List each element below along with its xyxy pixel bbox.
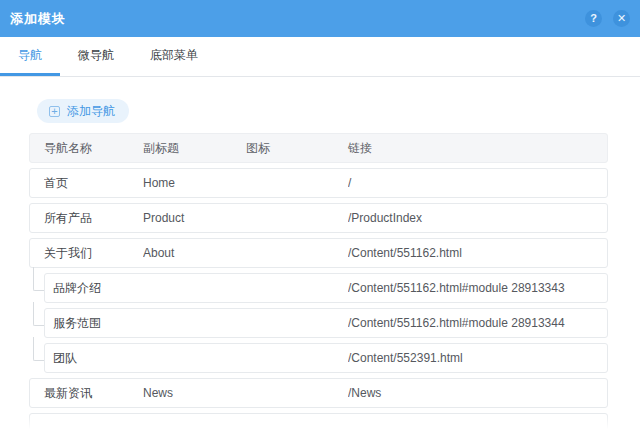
help-icon: ? [590,13,597,24]
column-header-link: 链接 [348,140,607,157]
dialog-content: + 添加导航 导航名称 副标题 图标 链接 首页 Home / 所有产品 Pro… [0,77,640,442]
table-row[interactable]: 服务范围 /Content/551162.html#module 2891334… [44,308,608,338]
table-row-partial[interactable] [29,413,608,442]
row-name: 首页 [44,175,143,192]
table-body: 首页 Home / 所有产品 Product /ProductIndex 关于我… [29,168,608,408]
tab-micro-navigation[interactable]: 微导航 [60,37,132,76]
tab-bar: 导航 微导航 底部菜单 [0,37,640,77]
tab-footer-menu[interactable]: 底部菜单 [132,37,216,76]
row-subtitle: News [143,386,246,400]
row-name: 最新资讯 [44,385,143,402]
row-link: /Content/552391.html [348,351,607,365]
help-button[interactable]: ? [585,10,602,27]
tab-label: 导航 [18,47,42,64]
add-navigation-button[interactable]: + 添加导航 [37,99,129,123]
row-name: 关于我们 [44,245,143,262]
row-link: / [348,176,607,190]
add-module-dialog: 添加模块 ? ✕ 导航 微导航 底部菜单 + 添加导航 导航名称 [0,0,640,442]
add-navigation-label: 添加导航 [67,103,115,120]
table-row[interactable]: 关于我们 About /Content/551162.html [29,238,608,268]
row-name: 品牌介绍 [53,280,348,297]
table-row[interactable]: 团队 /Content/552391.html [44,343,608,373]
row-name: 服务范围 [53,315,348,332]
close-icon: ✕ [617,13,626,24]
row-link: /Content/551162.html#module 28913344 [348,316,607,330]
row-link: /ProductIndex [348,211,607,225]
tab-navigation[interactable]: 导航 [0,37,60,76]
tab-label: 微导航 [78,47,114,64]
table-row[interactable]: 首页 Home / [29,168,608,198]
column-header-subtitle: 副标题 [143,140,246,157]
plus-icon: + [49,106,60,117]
row-link: /News [348,386,607,400]
row-name: 所有产品 [44,210,143,227]
table-header-row: 导航名称 副标题 图标 链接 [29,133,608,163]
column-header-icon: 图标 [246,140,348,157]
column-header-name: 导航名称 [44,140,143,157]
row-link: /Content/551162.html [348,246,607,260]
tab-label: 底部菜单 [150,47,198,64]
dialog-title: 添加模块 [10,10,66,28]
dialog-header: 添加模块 ? ✕ [0,0,640,37]
navigation-table: 导航名称 副标题 图标 链接 首页 Home / 所有产品 Product /P… [29,133,608,442]
table-row[interactable]: 品牌介绍 /Content/551162.html#module 2891334… [44,273,608,303]
row-subtitle: Product [143,211,246,225]
row-subtitle: About [143,246,246,260]
row-link: /Content/551162.html#module 28913343 [348,281,607,295]
header-buttons: ? ✕ [585,10,630,27]
close-button[interactable]: ✕ [613,10,630,27]
table-row[interactable]: 最新资讯 News /News [29,378,608,408]
row-name: 团队 [53,350,348,367]
row-subtitle: Home [143,176,246,190]
table-row[interactable]: 所有产品 Product /ProductIndex [29,203,608,233]
